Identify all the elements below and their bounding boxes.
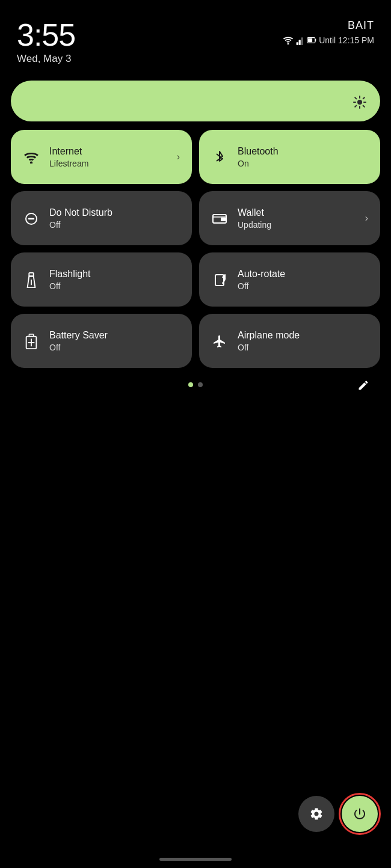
date: Wed, May 3: [17, 53, 75, 65]
status-bar: 3:55 Wed, May 3 BAIT U: [0, 0, 391, 71]
wifi-tile-icon: [23, 149, 40, 165]
bluetooth-label: Bluetooth: [238, 145, 368, 157]
svg-rect-24: [215, 275, 224, 286]
bluetooth-tile[interactable]: Bluetooth On: [199, 130, 380, 184]
qs-grid: Internet Lifestream › Bluetooth On: [11, 130, 380, 368]
flashlight-sublabel: Off: [49, 281, 180, 291]
page-dot-1: [188, 382, 193, 387]
airplane-tile[interactable]: Airplane mode Off: [199, 314, 380, 368]
settings-button[interactable]: [298, 796, 334, 832]
clock: 3:55: [17, 19, 75, 50]
internet-chevron: ›: [177, 151, 180, 162]
dnd-label: Do Not Disturb: [49, 207, 180, 218]
autorotate-tile-icon: [211, 272, 228, 287]
battery-saver-label: Battery Saver: [49, 329, 180, 341]
svg-rect-26: [29, 334, 33, 337]
airplane-label: Airplane mode: [238, 329, 368, 341]
battery-saver-tile[interactable]: Battery Saver Off: [11, 314, 192, 368]
svg-rect-3: [301, 37, 303, 45]
airplane-tile-text: Airplane mode Off: [238, 329, 368, 352]
wallet-tile-text: Wallet Updating: [238, 207, 356, 229]
internet-sublabel: Lifestream: [49, 159, 167, 168]
internet-label: Internet: [49, 145, 167, 157]
power-button[interactable]: [342, 796, 378, 832]
status-right: BAIT Until 12:15 PM: [283, 19, 374, 45]
internet-tile-text: Internet Lifestream: [49, 145, 167, 168]
wallet-tile-icon: [211, 210, 228, 226]
bluetooth-sublabel: On: [238, 159, 368, 168]
status-icons: Until 12:15 PM: [283, 35, 374, 45]
autorotate-tile-text: Auto-rotate Off: [238, 268, 368, 290]
battery-saver-tile-icon: [23, 332, 40, 349]
battery-status-icon: [307, 36, 316, 44]
autorotate-sublabel: Off: [238, 281, 368, 291]
svg-rect-5: [308, 38, 312, 43]
battery-saver-tile-text: Battery Saver Off: [49, 329, 180, 352]
svg-rect-6: [315, 39, 316, 41]
svg-point-16: [30, 162, 32, 164]
flashlight-label: Flashlight: [49, 268, 180, 280]
internet-tile[interactable]: Internet Lifestream ›: [11, 130, 192, 184]
brightness-bar[interactable]: [11, 81, 380, 121]
page-indicators: [11, 382, 380, 387]
bluetooth-tile-text: Bluetooth On: [238, 145, 368, 168]
wallet-chevron: ›: [365, 213, 368, 224]
carrier: BAIT: [348, 19, 374, 32]
dnd-sublabel: Off: [49, 220, 180, 230]
autorotate-label: Auto-rotate: [238, 268, 368, 280]
bottom-buttons: [298, 796, 378, 832]
signal-icon: [296, 35, 304, 45]
wallet-sublabel: Updating: [238, 220, 356, 230]
wallet-label: Wallet: [238, 207, 356, 218]
autorotate-tile[interactable]: Auto-rotate Off: [199, 252, 380, 307]
wifi-status-icon: [283, 36, 294, 44]
svg-point-7: [357, 100, 362, 105]
bluetooth-tile-icon: [211, 149, 228, 165]
airplane-sublabel: Off: [238, 343, 368, 352]
brightness-icon: [353, 93, 367, 109]
svg-line-14: [363, 97, 365, 99]
svg-rect-2: [299, 40, 301, 45]
dnd-tile-icon: [23, 210, 40, 226]
svg-line-15: [355, 105, 356, 106]
dnd-tile-text: Do Not Disturb Off: [49, 207, 180, 229]
home-indicator: [159, 858, 232, 861]
page-dot-2: [198, 382, 203, 387]
status-left: 3:55 Wed, May 3: [17, 19, 75, 65]
edit-button[interactable]: [357, 378, 369, 392]
svg-point-0: [288, 43, 289, 45]
flashlight-tile-text: Flashlight Off: [49, 268, 180, 290]
quick-settings-panel: Internet Lifestream › Bluetooth On: [0, 71, 391, 387]
svg-rect-1: [297, 42, 298, 45]
settings-icon: [309, 807, 324, 821]
dnd-tile[interactable]: Do Not Disturb Off: [11, 191, 192, 245]
svg-line-13: [363, 105, 365, 106]
svg-rect-20: [221, 218, 226, 221]
power-icon: [353, 807, 367, 821]
svg-line-12: [355, 97, 356, 99]
flashlight-tile[interactable]: Flashlight Off: [11, 252, 192, 307]
flashlight-tile-icon: [23, 271, 40, 287]
airplane-tile-icon: [211, 333, 228, 349]
alarm-text: Until 12:15 PM: [319, 35, 374, 45]
wallet-tile[interactable]: Wallet Updating ›: [199, 191, 380, 245]
battery-saver-sublabel: Off: [49, 343, 180, 352]
